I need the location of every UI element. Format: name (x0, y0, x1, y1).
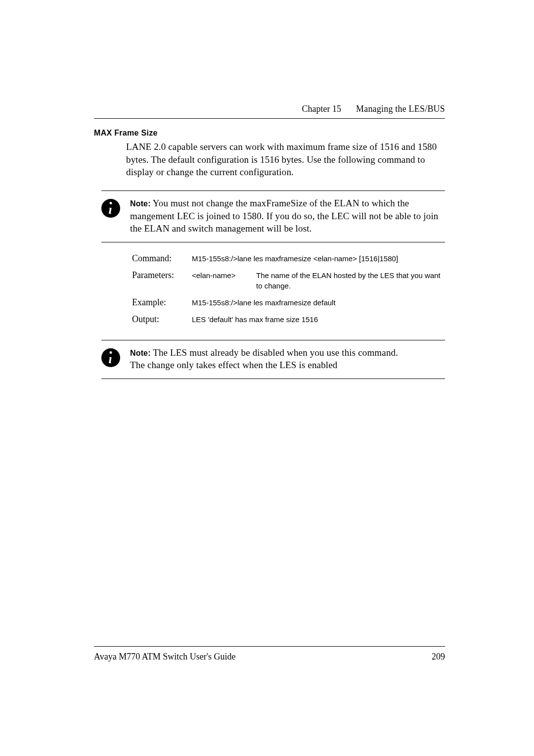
chapter-number: Chapter 15 (302, 104, 341, 114)
note-label: Note: (130, 199, 151, 208)
example-label: Example: (132, 297, 189, 308)
param-desc: The name of the ELAN hosted by the LES t… (256, 270, 445, 292)
parameters-row: <elan-name> The name of the ELAN hosted … (192, 270, 445, 292)
command-value: M15-155s8:/>lane les maxframesize <elan-… (192, 253, 445, 264)
note-label: Note: (130, 349, 151, 357)
info-icon: ı (101, 346, 121, 367)
note-line1: The LES must already be disabled when yo… (153, 347, 398, 358)
info-icon: ı (101, 197, 121, 218)
footer-doc-title: Avaya M770 ATM Switch User's Guide (94, 652, 235, 662)
chapter-title: Managing the LES/BUS (356, 104, 445, 114)
example-text: M15-155s8:/>lane les maxframesize defaul… (192, 297, 445, 308)
page-header: Chapter 15 Managing the LES/BUS (94, 104, 445, 119)
param-name: <elan-name> (192, 270, 251, 292)
footer-page-number: 209 (432, 652, 445, 662)
command-label: Command: (132, 253, 189, 264)
intro-paragraph: LANE 2.0 capable servers can work with m… (126, 141, 445, 179)
example-value: M15-155s8:/>lane les maxframesize defaul… (192, 297, 445, 308)
command-table: Command: M15-155s8:/>lane les maxframesi… (132, 253, 445, 325)
content-block: LANE 2.0 capable servers can work with m… (126, 138, 445, 379)
command-text: M15-155s8:/>lane les maxframesize <elan-… (192, 253, 445, 264)
note-callout-2: ı Note: The LES must already be disabled… (101, 340, 445, 379)
note-body: Note: The LES must already be disabled w… (130, 346, 445, 372)
output-value: LES 'default' has max frame size 1516 (192, 314, 445, 325)
parameters-label: Parameters: (132, 270, 189, 292)
note-body: Note: You must not change the maxFrameSi… (130, 197, 445, 235)
note-callout-1: ı Note: You must not change the maxFrame… (101, 190, 445, 242)
note-line2: The change only takes effect when the LE… (130, 359, 445, 372)
note-text: You must not change the maxFrameSize of … (130, 198, 438, 234)
section-heading: MAX Frame Size (94, 129, 445, 138)
output-text: LES 'default' has max frame size 1516 (192, 314, 445, 325)
page-footer: Avaya M770 ATM Switch User's Guide 209 (94, 646, 445, 662)
output-label: Output: (132, 314, 189, 325)
page-content: Chapter 15 Managing the LES/BUS MAX Fram… (94, 104, 445, 667)
